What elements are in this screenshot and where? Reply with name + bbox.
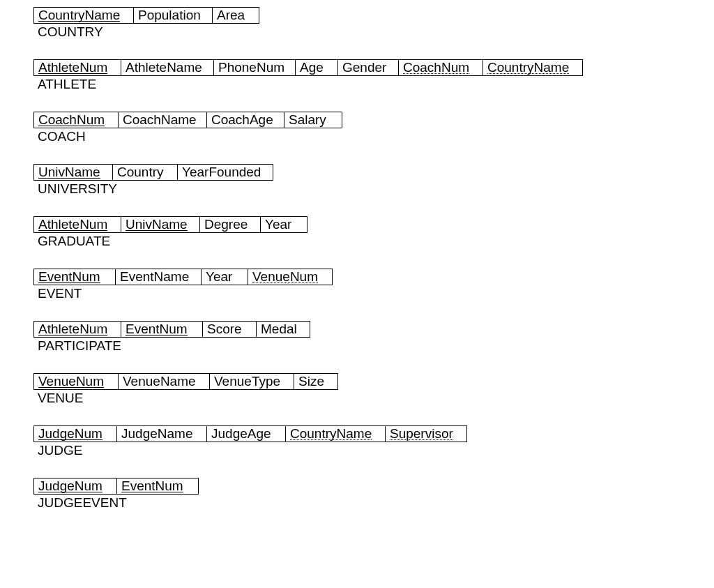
attribute-row: VenueNumVenueNameVenueTypeSize [33, 373, 338, 390]
attribute-cell: PhoneNum [214, 60, 296, 76]
relation-coach: CoachNumCoachNameCoachAgeSalaryCOACH [33, 112, 714, 144]
attribute-cell: UnivName [121, 217, 200, 233]
relation-name: EVENT [33, 286, 714, 301]
attribute-cell: EventName [116, 269, 202, 285]
attribute-label: VenueNum [252, 269, 318, 285]
attribute-label: CoachNum [403, 60, 469, 75]
attribute-label: VenueName [123, 374, 196, 389]
attribute-cell: AthleteNum [34, 217, 121, 233]
attribute-row: JudgeNumEventNum [33, 478, 199, 495]
attribute-cell: Year [202, 269, 248, 285]
attribute-label: UnivName [126, 217, 188, 232]
relation-name: PARTICIPATE [33, 338, 714, 354]
attribute-label: PhoneNum [218, 60, 284, 75]
attribute-label: Supervisor [390, 426, 453, 442]
attribute-label: VenueType [214, 374, 280, 389]
attribute-cell: VenueName [119, 374, 210, 390]
attribute-label: JudgeNum [38, 478, 102, 494]
attribute-cell: EventNum [121, 322, 203, 338]
attribute-cell: CoachAge [207, 112, 284, 128]
attribute-label: AthleteName [126, 60, 202, 75]
relation-name: VENUE [33, 391, 714, 406]
attribute-row: UnivNameCountryYearFounded [33, 164, 273, 181]
attribute-cell: Degree [200, 217, 261, 233]
attribute-row: AthleteNumAthleteNamePhoneNumAgeGenderCo… [33, 59, 583, 76]
attribute-cell: UnivName [34, 165, 113, 181]
relation-venue: VenueNumVenueNameVenueTypeSizeVENUE [33, 373, 714, 406]
relation-name: GRADUATE [33, 234, 714, 249]
attribute-cell: EventNum [117, 478, 199, 495]
attribute-cell: AthleteName [121, 60, 214, 76]
attribute-label: Size [298, 374, 324, 389]
attribute-label: CoachName [123, 112, 197, 127]
attribute-cell: Area [213, 8, 259, 24]
relation-graduate: AthleteNumUnivNameDegreeYearGRADUATE [33, 216, 714, 249]
relation-name: JUDGE [33, 443, 714, 458]
schema-diagram: CountryNamePopulationAreaCOUNTRYAthleteN… [33, 7, 714, 511]
relation-name: JUDGEEVENT [33, 495, 714, 511]
attribute-label: Age [300, 60, 324, 75]
attribute-label: Population [138, 8, 201, 22]
attribute-label: Degree [204, 217, 248, 232]
attribute-label: CountryName [38, 8, 120, 23]
relation-participate: AthleteNumEventNumScoreMedalPARTICIPATE [33, 321, 714, 354]
attribute-cell: Country [113, 165, 178, 181]
attribute-label: JudgeName [121, 426, 192, 441]
relation-name: COUNTRY [33, 24, 714, 40]
relation-name: ATHLETE [33, 77, 714, 92]
attribute-cell: JudgeNum [34, 478, 117, 495]
relation-university: UnivNameCountryYearFoundedUNIVERSITY [33, 164, 714, 197]
attribute-cell: YearFounded [178, 165, 273, 181]
attribute-label: Score [207, 322, 242, 336]
attribute-cell: CountryName [483, 60, 583, 76]
attribute-label: Medal [261, 322, 297, 336]
attribute-label: Country [117, 165, 164, 179]
attribute-cell: AthleteNum [34, 60, 121, 76]
attribute-cell: CoachNum [34, 112, 119, 128]
attribute-label: Salary [289, 112, 326, 127]
attribute-row: CoachNumCoachNameCoachAgeSalary [33, 112, 342, 128]
attribute-cell: Gender [338, 60, 399, 76]
attribute-label: CoachNum [38, 112, 105, 128]
relation-event: EventNumEventNameYearVenueNumEVENT [33, 269, 714, 301]
attribute-cell: JudgeNum [34, 426, 117, 442]
attribute-row: JudgeNumJudgeNameJudgeAgeCountryNameSupe… [33, 425, 467, 442]
attribute-label: VenueNum [38, 374, 104, 389]
attribute-label: EventNum [121, 478, 183, 494]
attribute-cell: Supervisor [386, 426, 467, 442]
attribute-label: EventName [120, 269, 189, 284]
attribute-label: CoachAge [211, 112, 273, 127]
attribute-label: AthleteNum [38, 217, 107, 232]
attribute-label: JudgeNum [38, 426, 102, 442]
attribute-cell: CoachName [119, 112, 207, 128]
attribute-cell: Medal [257, 322, 310, 338]
attribute-cell: CoachNum [399, 60, 483, 76]
attribute-label: AthleteNum [38, 60, 107, 75]
attribute-row: CountryNamePopulationArea [33, 7, 259, 24]
attribute-cell: Score [203, 322, 257, 338]
attribute-cell: JudgeName [117, 426, 207, 442]
attribute-cell: VenueNum [34, 374, 119, 390]
attribute-label: Year [265, 217, 291, 232]
attribute-label: CountryName [290, 426, 372, 442]
attribute-cell: CountryName [286, 426, 386, 442]
attribute-cell: VenueNum [248, 269, 333, 285]
attribute-label: Area [217, 8, 245, 22]
attribute-row: AthleteNumUnivNameDegreeYear [33, 216, 307, 233]
attribute-cell: Size [294, 374, 338, 390]
attribute-label: YearFounded [182, 165, 261, 179]
attribute-label: Year [206, 269, 232, 284]
attribute-cell: CountryName [34, 8, 134, 24]
attribute-label: UnivName [38, 165, 100, 180]
attribute-label: Gender [342, 60, 386, 75]
attribute-row: EventNumEventNameYearVenueNum [33, 269, 333, 285]
attribute-cell: EventNum [34, 269, 116, 285]
relation-name: UNIVERSITY [33, 181, 714, 197]
attribute-cell: Year [261, 217, 307, 233]
relation-name: COACH [33, 129, 714, 144]
attribute-cell: Age [296, 60, 338, 76]
attribute-label: AthleteNum [38, 322, 107, 337]
attribute-label: EventNum [38, 269, 100, 285]
attribute-label: CountryName [487, 60, 569, 75]
attribute-cell: VenueType [210, 374, 294, 390]
